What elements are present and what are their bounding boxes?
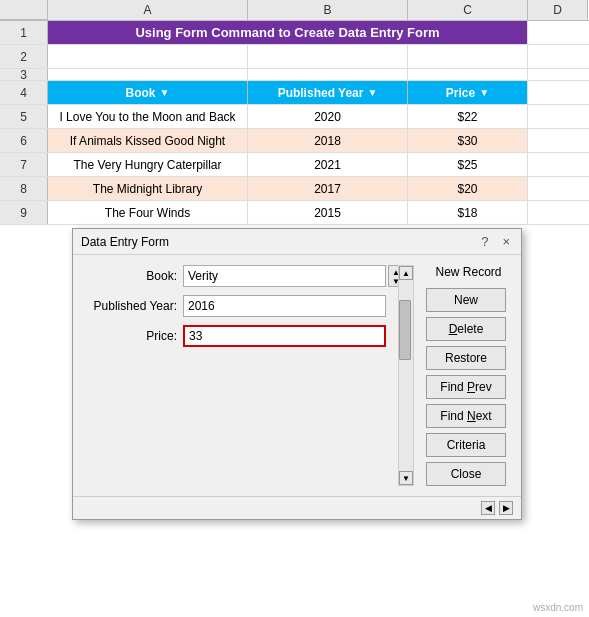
restore-button[interactable]: Restore (426, 346, 506, 370)
price-label: Price: (83, 329, 183, 343)
row7-price: $25 (408, 153, 528, 176)
year-filter-arrow[interactable]: ▼ (367, 87, 377, 98)
row3-d (408, 69, 528, 80)
book-filter-arrow[interactable]: ▼ (160, 87, 170, 98)
data-entry-dialog: Data Entry Form ? × Book: ▲ ▼ (72, 228, 522, 520)
dialog-controls: ? × (478, 235, 513, 248)
price-field: Price: (83, 325, 386, 347)
row-7: 7 The Very Hungry Caterpillar 2021 $25 (0, 153, 589, 177)
row9-price: $18 (408, 201, 528, 224)
dialog-bottom: ◀ ▶ (73, 496, 521, 519)
year-input-wrapper (183, 295, 386, 317)
col-header-d: D (528, 0, 588, 20)
row9-year: 2015 (248, 201, 408, 224)
row2-d (408, 45, 528, 68)
corner-cell (0, 0, 48, 20)
price-input-wrapper (183, 325, 386, 347)
header-book: Book ▼ (48, 81, 248, 104)
dialog-scrollbar[interactable]: ▲ ▼ (398, 265, 414, 486)
spreadsheet: A B C D 1 Using Form Command to Create D… (0, 0, 589, 225)
new-record-label: New Record (426, 265, 511, 279)
dialog-buttons: New Record New Delete Restore Find Prev … (426, 265, 511, 486)
bottom-left-arrow[interactable]: ◀ (481, 501, 495, 515)
year-label: Published Year: (83, 299, 183, 313)
dialog-close-button[interactable]: × (499, 235, 513, 248)
row6-book: If Animals Kissed Good Night (48, 129, 248, 152)
row-3: 3 (0, 69, 589, 81)
row5-price: $22 (408, 105, 528, 128)
year-input[interactable] (183, 295, 386, 317)
row-8: 8 The Midnight Library 2017 $20 (0, 177, 589, 201)
row-num-7: 7 (0, 153, 48, 176)
column-headers: A B C D (0, 0, 589, 21)
row-1: 1 Using Form Command to Create Data Entr… (0, 21, 589, 45)
header-year: Published Year ▼ (248, 81, 408, 104)
watermark: wsxdn.com (533, 602, 583, 613)
row-num-8: 8 (0, 177, 48, 200)
dialog-form: Book: ▲ ▼ Published Year: Price: (83, 265, 386, 486)
row8-book: The Midnight Library (48, 177, 248, 200)
header-price: Price ▼ (408, 81, 528, 104)
dialog-title: Data Entry Form (81, 235, 169, 249)
row-num-2: 2 (0, 45, 48, 68)
row8-price: $20 (408, 177, 528, 200)
close-button[interactable]: Close (426, 462, 506, 486)
row5-year: 2020 (248, 105, 408, 128)
book-input-wrapper: ▲ ▼ (183, 265, 386, 287)
row2-c (248, 45, 408, 68)
row7-book: The Very Hungry Caterpillar (48, 153, 248, 176)
scrollbar-up-arrow[interactable]: ▲ (399, 266, 413, 280)
dialog-help-button[interactable]: ? (478, 235, 491, 248)
row-num-3: 3 (0, 69, 48, 80)
dialog-body: Book: ▲ ▼ Published Year: Price: (73, 255, 521, 496)
year-field: Published Year: (83, 295, 386, 317)
row2-b (48, 45, 248, 68)
find-prev-button[interactable]: Find Prev (426, 375, 506, 399)
book-label: Book: (83, 269, 183, 283)
new-button[interactable]: New (426, 288, 506, 312)
row-num-9: 9 (0, 201, 48, 224)
row5-book: I Love You to the Moon and Back (48, 105, 248, 128)
row-4: 4 Book ▼ Published Year ▼ Price ▼ (0, 81, 589, 105)
row-num-4: 4 (0, 81, 48, 104)
scrollbar-thumb[interactable] (399, 300, 411, 360)
bottom-right-arrow[interactable]: ▶ (499, 501, 513, 515)
criteria-button[interactable]: Criteria (426, 433, 506, 457)
row7-year: 2021 (248, 153, 408, 176)
row-num-1: 1 (0, 21, 48, 44)
row-9: 9 The Four Winds 2015 $18 (0, 201, 589, 225)
row6-year: 2018 (248, 129, 408, 152)
row-5: 5 I Love You to the Moon and Back 2020 $… (0, 105, 589, 129)
col-header-a: A (48, 0, 248, 20)
row-num-5: 5 (0, 105, 48, 128)
scrollbar-down-arrow[interactable]: ▼ (399, 471, 413, 485)
price-input[interactable] (183, 325, 386, 347)
row8-year: 2017 (248, 177, 408, 200)
find-next-button[interactable]: Find Next (426, 404, 506, 428)
row9-book: The Four Winds (48, 201, 248, 224)
delete-button[interactable]: Delete (426, 317, 506, 341)
book-field: Book: ▲ ▼ (83, 265, 386, 287)
book-input[interactable] (183, 265, 386, 287)
row6-price: $30 (408, 129, 528, 152)
row3-c (248, 69, 408, 80)
dialog-titlebar: Data Entry Form ? × (73, 229, 521, 255)
price-filter-arrow[interactable]: ▼ (479, 87, 489, 98)
col-header-b: B (248, 0, 408, 20)
row-6: 6 If Animals Kissed Good Night 2018 $30 (0, 129, 589, 153)
row-num-6: 6 (0, 129, 48, 152)
scrollbar-track (399, 280, 413, 471)
row3-b (48, 69, 248, 80)
title-cell: Using Form Command to Create Data Entry … (48, 21, 528, 44)
col-header-c: C (408, 0, 528, 20)
row-2: 2 (0, 45, 589, 69)
